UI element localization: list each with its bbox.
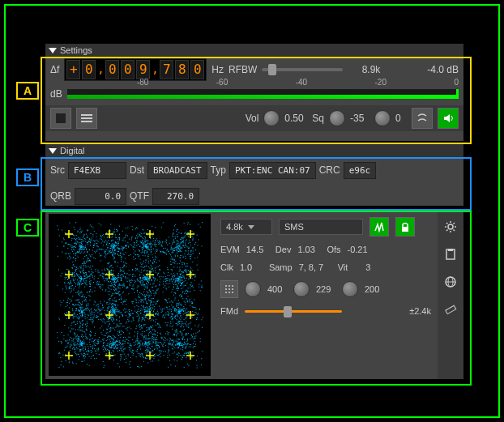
vit-label: Vit [338, 262, 348, 272]
knob3-value: 200 [365, 284, 379, 294]
knob2-value: 229 [316, 284, 335, 294]
rfbw-value: 8.9k [348, 64, 380, 75]
sq-value: -35 [350, 113, 369, 124]
chevron-down-icon [248, 225, 254, 229]
section-label-c: C [16, 219, 39, 237]
gain-value: -4.0 dB [427, 64, 459, 75]
mode-combo[interactable]: SMS [279, 219, 363, 235]
src-field[interactable]: F4EXB [68, 162, 126, 179]
fmd-slider[interactable] [245, 310, 342, 313]
clk-value: 1.0 [240, 262, 263, 272]
svg-rect-16 [448, 249, 453, 251]
svg-point-5 [225, 285, 227, 287]
settings-header[interactable]: Settings [45, 44, 463, 57]
dev-label: Dev [275, 245, 292, 254]
src-label: Src [50, 164, 65, 176]
evm-value: 14.5 [246, 245, 269, 254]
samp-value: 7, 8, 7 [299, 262, 331, 272]
svg-point-10 [232, 288, 233, 290]
menu-icon[interactable] [76, 108, 97, 129]
svg-point-14 [448, 224, 453, 229]
baud-combo[interactable]: 4.8k [220, 219, 272, 235]
svg-point-11 [225, 292, 227, 293]
digital-panel: Digital Src F4EXB Dst BROADCAST Typ PKT:… [45, 144, 463, 206]
qrb-field[interactable]: 0.0 [75, 188, 126, 205]
rfbw-label: RFBW [229, 64, 257, 75]
svg-point-12 [229, 292, 230, 293]
filter-icon[interactable] [412, 108, 433, 129]
vol-knob[interactable] [263, 110, 280, 126]
speaker-icon[interactable] [438, 108, 459, 129]
svg-rect-1 [81, 114, 92, 116]
sq-label: Sq [312, 113, 324, 124]
svg-point-6 [229, 285, 230, 287]
lock-icon[interactable] [395, 217, 415, 237]
samp-label: Samp [269, 262, 293, 272]
collapse-icon [49, 48, 57, 53]
vit-value: 3 [354, 262, 370, 272]
dev-value: 1.03 [297, 245, 320, 254]
fmd-label: FMd [220, 306, 238, 316]
ruler-icon[interactable] [442, 301, 459, 318]
freq-unit: Hz [211, 64, 224, 75]
vol-value: 0.50 [284, 113, 307, 124]
settings-title: Settings [60, 45, 92, 55]
rfbw-slider[interactable] [262, 68, 343, 71]
qtf-label: QTF [130, 190, 149, 202]
vol-label: Vol [246, 113, 259, 124]
sq-knob[interactable] [329, 110, 345, 126]
svg-point-9 [229, 288, 230, 290]
knob3[interactable] [342, 281, 358, 297]
clk-label: Clk [220, 262, 233, 272]
svg-rect-2 [81, 117, 92, 119]
digital-title: Digital [60, 146, 85, 156]
svg-rect-4 [402, 227, 408, 232]
clipboard-icon[interactable] [442, 246, 459, 262]
ofs-label: Ofs [327, 245, 340, 254]
section-label-b: B [16, 168, 39, 186]
svg-rect-20 [446, 305, 456, 313]
sq2-value: 0 [395, 113, 407, 124]
section-label-a: A [16, 82, 39, 100]
globe-icon[interactable] [442, 274, 459, 290]
qrb-label: QRB [50, 190, 71, 202]
grid-icon[interactable] [50, 108, 71, 129]
digital-header[interactable]: Digital [45, 144, 463, 157]
qtf-field[interactable]: 270.0 [152, 188, 199, 205]
evm-label: EVM [220, 245, 240, 254]
knob1-value: 400 [267, 284, 287, 294]
settings-panel: Settings Δf + 0 , 0 0 9 , 7 8 0 Hz RFBW … [45, 44, 463, 141]
crc-label: CRC [319, 164, 340, 176]
sq2-knob[interactable] [374, 110, 391, 126]
svg-rect-0 [56, 113, 66, 123]
dst-field[interactable]: BROADCAST [147, 162, 207, 179]
constellation-display [49, 214, 211, 376]
scope-icon[interactable] [369, 217, 389, 237]
knob1[interactable] [245, 281, 261, 297]
db-meter: . -80 -60 -40 -20 0 [67, 89, 459, 99]
dst-label: Dst [130, 164, 144, 176]
fmd-value: ±2.4k [409, 306, 431, 316]
knob2[interactable] [293, 281, 310, 297]
deltaf-label: Δf [50, 64, 59, 75]
ofs-value: -0.21 [348, 245, 368, 254]
typ-field[interactable]: PKT:ENC CAN:07 [229, 162, 316, 179]
gear-icon[interactable] [442, 219, 459, 235]
side-toolbar [438, 211, 463, 379]
scope-panel: 4.8k SMS EVM 14.5 Dev 1.03 Ofs -0.21 Clk… [45, 211, 463, 379]
crc-field[interactable]: e96c [344, 162, 377, 179]
svg-point-8 [225, 288, 227, 290]
svg-point-7 [232, 285, 233, 287]
db-label: dB [50, 88, 62, 100]
collapse-icon [49, 148, 57, 154]
svg-point-13 [232, 292, 233, 293]
svg-rect-3 [81, 121, 92, 122]
grid-small-icon[interactable] [220, 280, 238, 298]
typ-label: Typ [211, 164, 226, 176]
